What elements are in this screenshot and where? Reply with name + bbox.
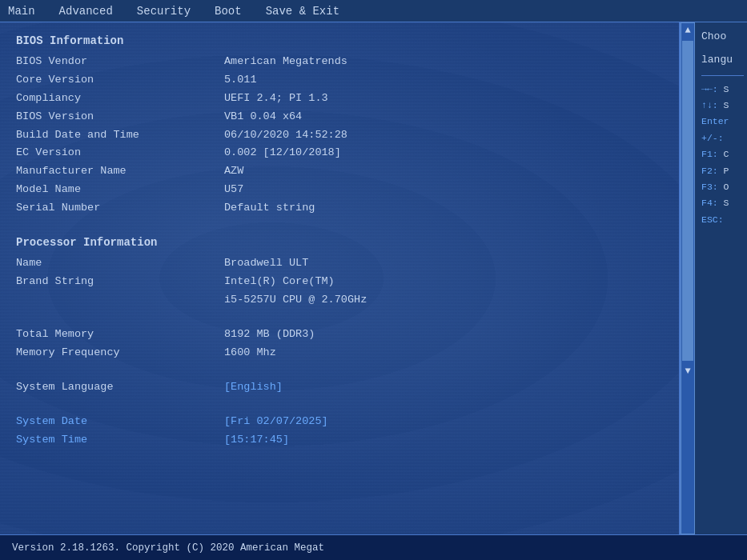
scrollbar-up-arrow[interactable]: ▲ xyxy=(685,23,690,38)
system-time-label: System Time xyxy=(16,431,224,450)
main-area: BIOS Information BIOS Vendor American Me… xyxy=(0,22,747,534)
bios-version-row: BIOS Version VB1 0.04 x64 xyxy=(16,108,663,126)
system-date-label: System Date xyxy=(16,413,224,431)
menu-save-exit[interactable]: Save & Exit xyxy=(266,5,339,18)
processor-information-section: Processor Information Name Broadwell ULT… xyxy=(16,234,663,310)
compliancy-row: Compliancy UEFI 2.4; PI 1.3 xyxy=(16,90,663,108)
bios-vendor-label: BIOS Vendor xyxy=(16,53,224,71)
memory-freq-row: Memory Frequency 1600 Mhz xyxy=(16,344,663,362)
system-date-value[interactable]: [Fri 02/07/2025] xyxy=(224,413,328,431)
processor-name-value: Broadwell ULT xyxy=(224,254,308,273)
shortcut-updown-icon: ↑↓: xyxy=(701,100,718,110)
menu-main[interactable]: Main xyxy=(8,5,35,18)
memory-freq-label: Memory Frequency xyxy=(16,344,224,362)
shortcut-select: ↑↓: S xyxy=(701,98,744,113)
system-language-section: System Language [English] xyxy=(16,378,663,397)
system-language-label: System Language xyxy=(16,378,224,397)
shortcut-esc-key: ESC: xyxy=(701,214,724,225)
core-version-label: Core Version xyxy=(16,71,224,90)
menu-security[interactable]: Security xyxy=(137,5,191,18)
bios-information-section: BIOS Information BIOS Vendor American Me… xyxy=(16,32,663,218)
processor-section-title: Processor Information xyxy=(16,234,663,253)
manufacturer-row: Manufacturer Name AZW xyxy=(16,162,663,181)
scrollbar-thumb[interactable] xyxy=(682,41,693,361)
serial-number-label: Serial Number xyxy=(16,199,224,218)
shortcut-arrows-icon: →←: xyxy=(701,84,718,94)
manufacturer-value: AZW xyxy=(224,162,243,181)
version-text: Version 2.18.1263. Copyright (C) 2020 Am… xyxy=(12,542,324,554)
serial-number-value: Default string xyxy=(224,199,315,218)
brand-string-row: Brand String Intel(R) Core(TM) i5-5257U … xyxy=(16,273,663,310)
sidebar-divider xyxy=(701,75,744,76)
ec-version-label: EC Version xyxy=(16,144,224,162)
shortcut-f1: F1: C xyxy=(701,147,744,162)
serial-number-row: Serial Number Default string xyxy=(16,199,663,218)
sidebar-title-line2: langu xyxy=(701,52,744,69)
compliancy-label: Compliancy xyxy=(16,90,224,108)
bios-vendor-row: BIOS Vendor American Megatrends xyxy=(16,53,663,71)
total-memory-row: Total Memory 8192 MB (DDR3) xyxy=(16,326,663,344)
shortcut-f2: F2: P xyxy=(701,164,744,178)
memory-section: Total Memory 8192 MB (DDR3) Memory Frequ… xyxy=(16,326,663,362)
scrollbar-track[interactable]: ▲ ▼ xyxy=(681,22,695,534)
shortcut-enter-key: Enter xyxy=(701,116,729,126)
compliancy-value: UEFI 2.4; PI 1.3 xyxy=(224,90,328,108)
core-version-value: 5.011 xyxy=(224,71,257,90)
sidebar-help-content: Choo langu →←: S ↑↓: S Enter +/-: F1: C … xyxy=(698,22,747,235)
scrollbar-down-arrow[interactable]: ▼ xyxy=(685,364,690,378)
core-version-row: Core Version 5.011 xyxy=(16,71,663,90)
shortcut-f3: F3: O xyxy=(701,180,744,194)
memory-freq-value: 1600 Mhz xyxy=(224,344,276,362)
bios-version-label: BIOS Version xyxy=(16,108,224,126)
ec-version-value: 0.002 [12/10/2018] xyxy=(224,144,341,162)
menu-advanced[interactable]: Advanced xyxy=(59,5,113,18)
total-memory-label: Total Memory xyxy=(16,326,224,344)
right-sidebar: ▲ ▼ Choo langu →←: S ↑↓: S Enter +/-: F1… xyxy=(679,22,747,534)
menu-boot[interactable]: Boot xyxy=(215,5,242,18)
brand-string-label: Brand String xyxy=(16,273,224,310)
brand-string-value: Intel(R) Core(TM) i5-5257U CPU @ 2.70GHz xyxy=(224,273,367,310)
total-memory-value: 8192 MB (DDR3) xyxy=(224,326,315,344)
bios-vendor-value: American Megatrends xyxy=(224,53,347,71)
bios-section-title: BIOS Information xyxy=(16,32,663,51)
system-date-row[interactable]: System Date [Fri 02/07/2025] xyxy=(16,413,663,431)
processor-name-label: Name xyxy=(16,254,224,273)
shortcut-f4: F4: S xyxy=(701,196,744,210)
model-name-row: Model Name U57 xyxy=(16,181,663,199)
system-time-row[interactable]: System Time [15:17:45] xyxy=(16,431,663,450)
model-name-label: Model Name xyxy=(16,181,224,199)
shortcut-f4-key: F4: xyxy=(701,198,718,208)
shortcut-navigate: →←: S xyxy=(701,82,744,97)
shortcut-f2-key: F2: xyxy=(701,166,718,176)
processor-name-row: Name Broadwell ULT xyxy=(16,254,663,273)
system-time-value[interactable]: [15:17:45] xyxy=(224,431,289,450)
system-language-value[interactable]: [English] xyxy=(224,378,283,397)
ec-version-row: EC Version 0.002 [12/10/2018] xyxy=(16,144,663,162)
model-name-value: U57 xyxy=(224,181,243,199)
shortcut-esc: ESC: xyxy=(701,213,744,227)
manufacturer-label: Manufacturer Name xyxy=(16,162,224,181)
system-datetime-section: System Date [Fri 02/07/2025] System Time… xyxy=(16,413,663,450)
bios-version-value: VB1 0.04 x64 xyxy=(224,108,302,126)
system-language-row[interactable]: System Language [English] xyxy=(16,378,663,397)
shortcut-plusminus-key: +/-: xyxy=(701,133,724,143)
shortcut-f1-key: F1: xyxy=(701,149,718,159)
shortcut-f3-key: F3: xyxy=(701,182,718,192)
sidebar-title-line1: Choo xyxy=(701,29,744,46)
build-date-row: Build Date and Time 06/10/2020 14:52:28 xyxy=(16,126,663,145)
shortcut-enter: Enter xyxy=(701,114,744,129)
top-menu-bar: Main Advanced Security Boot Save & Exit xyxy=(0,0,747,22)
bios-info-panel: BIOS Information BIOS Vendor American Me… xyxy=(0,22,679,534)
build-date-value: 06/10/2020 14:52:28 xyxy=(224,126,347,145)
build-date-label: Build Date and Time xyxy=(16,126,224,145)
bottom-status-bar: Version 2.18.1263. Copyright (C) 2020 Am… xyxy=(0,534,747,560)
shortcut-plusminus: +/-: xyxy=(701,131,744,146)
